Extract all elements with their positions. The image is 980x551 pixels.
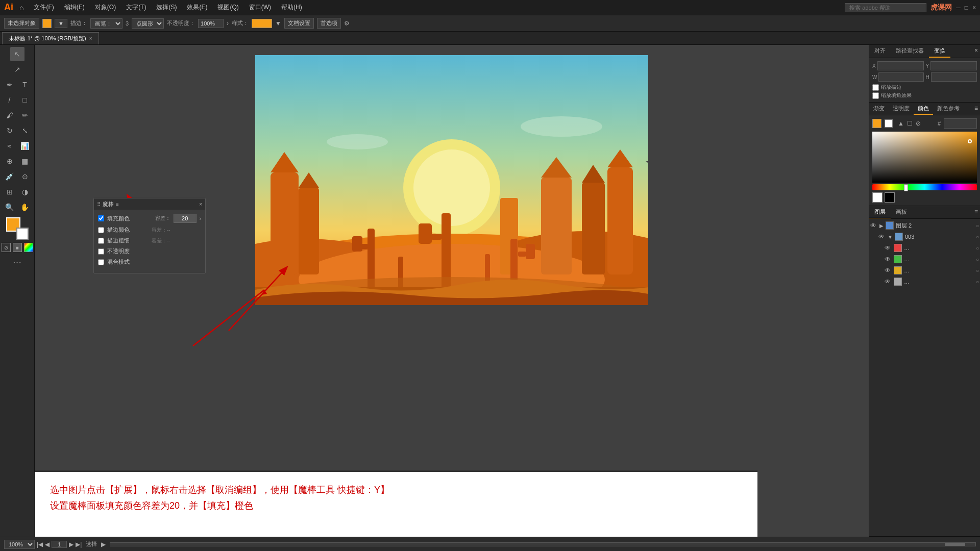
symbol-tool[interactable]: ⊕: [3, 154, 17, 168]
more-tools[interactable]: …: [13, 255, 22, 266]
align-tab[interactable]: 对齐: [869, 45, 891, 58]
tolerance-increase-btn[interactable]: ›: [200, 216, 201, 221]
blend-mode-checkbox[interactable]: [98, 259, 104, 265]
style-swatch[interactable]: [252, 19, 272, 28]
rect-tool[interactable]: □: [18, 93, 32, 107]
layer003-expand[interactable]: ▼: [888, 234, 893, 240]
paintbrush-tool[interactable]: 🖌: [3, 108, 17, 122]
column-graph-tool[interactable]: ▦: [18, 154, 32, 168]
x-input[interactable]: [877, 61, 924, 70]
gradient-tab[interactable]: 渐变: [869, 103, 889, 115]
panel-menu-btn[interactable]: ≡: [116, 202, 119, 207]
panel-close-btn[interactable]: ×: [199, 202, 202, 207]
first-page-btn[interactable]: |◀: [37, 541, 43, 548]
search-input[interactable]: [845, 3, 926, 12]
opacity-input[interactable]: [198, 19, 224, 28]
document-tab[interactable]: 未标题-1* @ 100% (RGB/预览) ×: [2, 32, 99, 44]
background-color[interactable]: [16, 228, 29, 240]
menu-select[interactable]: 选择(S): [152, 2, 181, 13]
zoom-select[interactable]: 100%: [4, 540, 35, 549]
doc-settings-btn[interactable]: 文档设置: [284, 18, 314, 29]
w-input[interactable]: [878, 72, 923, 82]
color-layer-gray[interactable]: 👁 … ○: [869, 276, 980, 287]
play-btn[interactable]: ▶: [101, 541, 106, 548]
warp-tool[interactable]: ≈: [3, 139, 17, 153]
more-options-icon[interactable]: ⚙: [344, 20, 350, 27]
gradient-mode[interactable]: [24, 243, 33, 252]
layer-003-row[interactable]: 👁 ▼ 003 ○: [869, 231, 980, 242]
style-arrow[interactable]: ▼: [275, 20, 281, 27]
color-menu-btn[interactable]: ≡: [972, 103, 980, 115]
hex-color-input[interactable]: EF9D2E: [944, 118, 977, 129]
black-swatch[interactable]: [885, 192, 895, 203]
tolerance-value-input[interactable]: [174, 214, 197, 223]
rp-close-btn[interactable]: ×: [972, 45, 980, 58]
stroke-color-checkbox[interactable]: [98, 227, 104, 233]
menu-object[interactable]: 对象(O): [91, 2, 120, 13]
white-swatch[interactable]: [872, 192, 883, 203]
color-layer-green[interactable]: 👁 … ○: [869, 254, 980, 265]
panel-header[interactable]: ⠿ 魔棒 ≡ ×: [94, 198, 205, 210]
y-input[interactable]: [930, 61, 977, 70]
opacity-arrow[interactable]: ›: [227, 20, 229, 27]
point-type-select[interactable]: 点圆形: [132, 18, 164, 29]
last-page-btn[interactable]: ▶|: [76, 541, 82, 548]
gradient-tool[interactable]: ◑: [18, 185, 32, 199]
hand-tool[interactable]: ✋: [18, 200, 32, 214]
layers-menu-btn[interactable]: ≡: [972, 206, 980, 218]
menu-text[interactable]: 文字(T): [122, 2, 150, 13]
preferences-btn[interactable]: 首选项: [317, 18, 341, 29]
menu-view[interactable]: 视图(Q): [213, 2, 242, 13]
window-close[interactable]: ×: [972, 4, 976, 11]
graph-tool[interactable]: 📊: [18, 139, 32, 153]
none-fill[interactable]: ⊘: [2, 243, 11, 252]
layer003-eye[interactable]: 👁: [878, 233, 886, 240]
stroke-width-checkbox[interactable]: [98, 238, 104, 244]
rotate-tool[interactable]: ↻: [3, 123, 17, 138]
brush-select[interactable]: 画笔：: [90, 18, 122, 29]
menu-effect[interactable]: 效果(E): [183, 2, 211, 13]
color-fill-indicator[interactable]: [872, 119, 881, 128]
menu-edit[interactable]: 编辑(E): [60, 2, 89, 13]
layer-2-row[interactable]: 👁 ▶ 图层 2 ○: [869, 220, 980, 231]
layer2-expand[interactable]: ▶: [879, 223, 884, 229]
scale-corners-cb[interactable]: [872, 92, 879, 99]
color-tab-active[interactable]: 颜色: [914, 103, 933, 115]
home-icon[interactable]: ⌂: [19, 4, 23, 12]
page-input[interactable]: [52, 541, 67, 548]
fill-color-checkbox[interactable]: [98, 215, 104, 221]
window-minimize[interactable]: ─: [956, 4, 961, 11]
mesh-tool[interactable]: ⊞: [3, 185, 17, 199]
tab-close-btn[interactable]: ×: [89, 36, 92, 41]
pen-tool[interactable]: ✒: [3, 78, 17, 92]
layers-tab-active[interactable]: 图层: [869, 206, 891, 218]
color-layer-red[interactable]: 👁 … ○: [869, 242, 980, 254]
green-layer-eye[interactable]: 👁: [885, 256, 892, 263]
next-page-btn[interactable]: ▶: [69, 541, 74, 548]
transparency-tab[interactable]: 透明度: [889, 103, 914, 115]
menu-file[interactable]: 文件(F): [30, 2, 58, 13]
fill-color-swatch[interactable]: [42, 19, 52, 28]
color-stroke-indicator[interactable]: [885, 119, 893, 128]
opacity-checkbox[interactable]: [98, 248, 104, 255]
red-layer-eye[interactable]: 👁: [885, 244, 892, 252]
color-layer-yellow[interactable]: 👁 … ○: [869, 265, 980, 276]
layer2-eye[interactable]: 👁: [870, 222, 877, 229]
gray-layer-eye[interactable]: 👁: [885, 278, 892, 285]
window-maximize[interactable]: □: [965, 4, 968, 11]
menu-window[interactable]: 窗口(W): [245, 2, 275, 13]
stroke-mode[interactable]: ▼: [55, 19, 67, 28]
color-mode[interactable]: ■: [13, 243, 22, 252]
zoom-tool[interactable]: 🔍: [3, 200, 17, 214]
horizontal-scrollbar[interactable]: [110, 542, 976, 546]
hue-slider[interactable]: [872, 184, 977, 190]
h-input[interactable]: [931, 72, 977, 82]
artboard-tab[interactable]: 画板: [891, 206, 912, 218]
yellow-layer-eye[interactable]: 👁: [885, 267, 892, 274]
direct-select-tool[interactable]: ↗: [10, 62, 24, 77]
scale-strokes-cb[interactable]: [872, 84, 879, 91]
blend-tool[interactable]: ⊙: [18, 169, 32, 184]
pathfinder-tab[interactable]: 路径查找器: [891, 45, 929, 58]
prev-page-btn[interactable]: ◀: [45, 541, 50, 548]
menu-help[interactable]: 帮助(H): [277, 2, 306, 13]
